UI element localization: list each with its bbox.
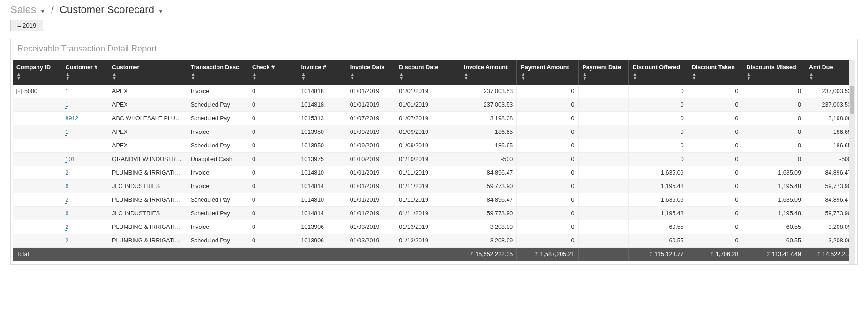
customer-link[interactable]: 2: [65, 237, 68, 244]
cell-payment-amount: 0: [517, 180, 578, 193]
sort-icon[interactable]: ▲▼: [746, 73, 801, 80]
col-amt-due[interactable]: Amt Due▲▼: [805, 60, 855, 85]
cell-discount-date: 01/11/2019: [395, 207, 460, 220]
col-invoice-num[interactable]: Invoice #▲▼: [297, 60, 346, 85]
cell-discount-offered: 0: [629, 139, 688, 153]
col-company-id[interactable]: Company ID▲▼: [13, 60, 61, 85]
sort-icon[interactable]: ▲▼: [191, 73, 244, 80]
sort-icon[interactable]: ▲▼: [350, 73, 391, 80]
col-customer[interactable]: Customer▲▼: [108, 60, 187, 85]
cell-invoice-date: 01/01/2019: [346, 85, 395, 98]
cell-customer-num: 2: [61, 193, 108, 207]
customer-link[interactable]: 1: [65, 142, 68, 149]
cell-company-id: [13, 139, 61, 153]
cell-invoice-amount: 237,003.53: [460, 85, 517, 98]
cell-payment-amount: 0: [517, 166, 578, 180]
customer-link[interactable]: 101: [65, 156, 75, 163]
cell-payment-date: [579, 166, 629, 180]
cell-invoice-num: 1013906: [297, 220, 346, 234]
customer-link[interactable]: 8912: [65, 115, 78, 122]
col-payment-amount[interactable]: Payment Amount▲▼: [517, 60, 578, 85]
sort-icon[interactable]: ▲▼: [692, 73, 739, 80]
customer-link[interactable]: 6: [65, 210, 68, 217]
sort-icon[interactable]: ▲▼: [399, 73, 456, 80]
cell-discounts-missed: 0: [742, 85, 805, 98]
cell-customer-name: APEX: [108, 85, 187, 98]
col-invoice-date[interactable]: Invoice Date▲▼: [346, 60, 395, 85]
data-table-wrap: Company ID▲▼ Customer #▲▼ Customer▲▼ Tra…: [11, 60, 857, 264]
cell-check-num: 0: [248, 166, 297, 180]
sort-icon[interactable]: ▲▼: [521, 73, 574, 80]
customer-link[interactable]: 6: [65, 183, 68, 190]
cell-invoice-num: 1014810: [297, 193, 346, 207]
breadcrumb-page[interactable]: Customer Scorecard ▼: [60, 4, 164, 16]
cell-payment-amount: 0: [517, 207, 578, 220]
cell-customer-num: 6: [61, 180, 108, 193]
customer-link[interactable]: 2: [65, 224, 68, 231]
col-discount-date[interactable]: Discount Date▲▼: [395, 60, 460, 85]
col-invoice-amount[interactable]: Invoice Amount▲▼: [460, 60, 517, 85]
cell-customer-name: GRANDVIEW INDUSTRIAL: [108, 153, 187, 166]
customer-link[interactable]: 2: [65, 197, 68, 204]
col-check-num[interactable]: Check #▲▼: [248, 60, 297, 85]
sort-icon[interactable]: ▲▼: [252, 73, 293, 80]
customer-link[interactable]: 2: [65, 169, 68, 176]
cell-invoice-amount: 59,773.90: [460, 207, 517, 220]
vertical-scrollbar[interactable]: [849, 60, 855, 264]
cell-invoice-date: 01/01/2019: [346, 180, 395, 193]
cell-check-num: 0: [248, 234, 297, 248]
cell-check-num: 0: [248, 153, 297, 166]
customer-link[interactable]: 1: [65, 129, 68, 136]
cell-company-id: −5000: [13, 85, 61, 98]
cell-invoice-amount: 59,773.90: [460, 180, 517, 193]
cell-payment-amount: 0: [517, 153, 578, 166]
cell-customer-num: 2: [61, 166, 108, 180]
filter-year-chip[interactable]: = 2019: [10, 20, 43, 31]
col-transaction-desc[interactable]: Transaction Desc▲▼: [187, 60, 248, 85]
sort-icon[interactable]: ▲▼: [16, 73, 57, 80]
col-payment-date[interactable]: Payment Date▲▼: [579, 60, 629, 85]
cell-discount-date: 01/13/2019: [395, 220, 460, 234]
breadcrumb-module[interactable]: Sales ▼: [10, 4, 45, 16]
cell-company-id: [13, 166, 61, 180]
cell-discount-date: 01/11/2019: [395, 193, 460, 207]
sort-icon[interactable]: ▲▼: [809, 73, 851, 80]
cell-customer-name: JLG INDUSTRIES: [108, 207, 187, 220]
table-row: 2PLUMBING & IRRIGATI…Scheduled Pay010139…: [13, 234, 855, 248]
customer-link[interactable]: 1: [65, 102, 68, 109]
cell-discount-offered: 0: [629, 85, 688, 98]
col-discount-offered[interactable]: Discount Offered▲▼: [629, 60, 688, 85]
customer-link[interactable]: 1: [65, 88, 68, 95]
cell-transaction-desc: Scheduled Pay: [187, 193, 248, 207]
col-customer-num[interactable]: Customer #▲▼: [61, 60, 108, 85]
cell-invoice-amount: 3,198.08: [460, 112, 517, 125]
cell-discounts-missed: 0: [742, 98, 805, 112]
sort-icon[interactable]: ▲▼: [464, 73, 513, 80]
cell-transaction-desc: Invoice: [187, 180, 248, 193]
col-discounts-missed[interactable]: Discounts Missed▲▼: [742, 60, 805, 85]
cell-discounts-missed: 60.55: [742, 220, 805, 234]
cell-company-id: [13, 193, 61, 207]
totals-amt-due: Σ14,522,2…: [805, 248, 855, 261]
sort-icon[interactable]: ▲▼: [632, 73, 683, 80]
cell-transaction-desc: Scheduled Pay: [187, 139, 248, 153]
col-discount-taken[interactable]: Discount Taken▲▼: [688, 60, 743, 85]
table-row: 6JLG INDUSTRIESScheduled Pay0101481401/0…: [13, 207, 855, 220]
cell-payment-date: [579, 220, 629, 234]
sort-icon[interactable]: ▲▼: [301, 73, 342, 80]
sort-icon[interactable]: ▲▼: [112, 73, 183, 80]
panel-title: Receivable Transaction Detail Report: [11, 39, 857, 60]
cell-discount-offered: 1,635.09: [629, 166, 688, 180]
table-row: 2PLUMBING & IRRIGATI…Invoice0101481001/0…: [13, 166, 855, 180]
cell-discount-taken: 0: [688, 220, 743, 234]
sort-icon[interactable]: ▲▼: [65, 73, 104, 80]
cell-invoice-amount: 84,896.47: [460, 193, 517, 207]
cell-discount-date: 01/09/2019: [395, 139, 460, 153]
cell-customer-name: PLUMBING & IRRIGATI…: [108, 166, 187, 180]
cell-invoice-num: 1015313: [297, 112, 346, 125]
cell-invoice-num: 1014814: [297, 207, 346, 220]
cell-payment-amount: 0: [517, 234, 578, 248]
sort-icon[interactable]: ▲▼: [583, 73, 625, 80]
cell-company-id: [13, 153, 61, 166]
collapse-icon[interactable]: −: [16, 89, 22, 94]
